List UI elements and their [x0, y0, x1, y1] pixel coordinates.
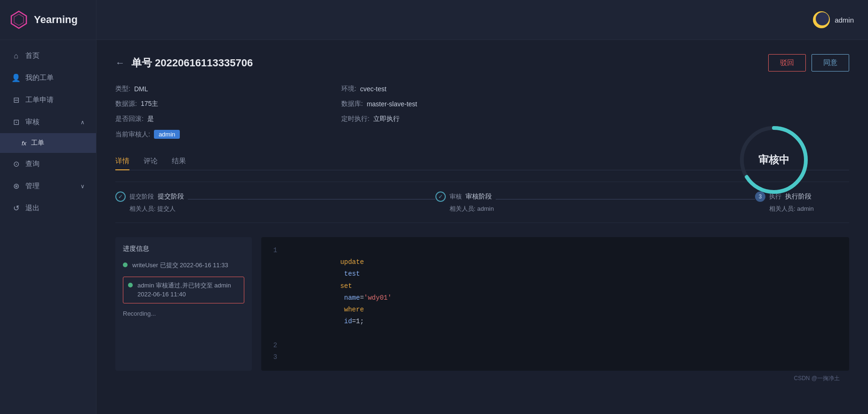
back-button[interactable]: ←	[115, 57, 125, 68]
app-name: Yearning	[34, 14, 78, 26]
sidebar-label-apply: 工单申请	[25, 96, 54, 104]
progress-item-1: writeUser 已提交 2022-06-16 11:33	[123, 261, 244, 270]
sidebar: Yearning ⌂ 首页 👤 我的工单 ⊟ 工单申请 ⊡ 审核 ∧ fx 工单…	[0, 0, 96, 414]
content-area: ← 单号 20220616113335706 驳回 同意 类型: DML 环境:…	[96, 40, 868, 414]
schedule-value: 立即执行	[373, 115, 400, 123]
info-reviewer: 当前审核人: admin	[115, 130, 313, 139]
sidebar-item-mytasks[interactable]: 👤 我的工单	[0, 67, 96, 89]
workflow-step-1: ✓ 提交阶段 提交阶段 相关人员: 提交人	[115, 191, 435, 213]
schedule-label: 定时执行:	[341, 115, 370, 123]
step-person-1: 相关人员: 提交人	[115, 205, 176, 213]
topbar: admin	[96, 0, 868, 40]
code-line-3: 3	[261, 351, 849, 363]
sidebar-nav: ⌂ 首页 👤 我的工单 ⊟ 工单申请 ⊡ 审核 ∧ fx 工单 ⊙ 查询 ⊛ 管…	[0, 40, 96, 414]
sidebar-label-mytasks: 我的工单	[25, 73, 54, 82]
step-check-2: ✓	[435, 191, 446, 202]
step-phase-2: 审核	[450, 192, 462, 201]
chevron-down-icon: ∨	[80, 183, 85, 190]
manage-icon: ⊛	[11, 182, 21, 191]
info-env: 环境: cvec-test	[341, 85, 539, 93]
line-num-1: 1	[261, 245, 285, 340]
sidebar-header: Yearning	[0, 0, 96, 40]
step-phase-1: 提交阶段	[129, 192, 154, 201]
tab-detail[interactable]: 详情	[115, 153, 129, 170]
avatar	[813, 11, 830, 28]
reject-button[interactable]: 驳回	[768, 54, 806, 72]
sidebar-label-manage: 管理	[25, 182, 40, 191]
info-section: 类型: DML 环境: cvec-test 数据源: 175主 数据库: mas…	[115, 85, 849, 139]
env-value: cvec-test	[360, 85, 386, 93]
status-circle-wrap: 审核中	[736, 122, 812, 198]
info-datasource: 数据源: 175主	[115, 100, 313, 108]
code-line-2: 2	[261, 340, 849, 351]
rollback-value: 是	[147, 115, 154, 123]
database-label: 数据库:	[341, 100, 363, 108]
sidebar-label-workorder: 工单	[31, 139, 44, 147]
line-num-2: 2	[261, 340, 285, 351]
code-line-1: 1 update test set name='wdy01' where id=…	[261, 245, 849, 340]
step-main-1: 提交阶段	[158, 192, 184, 201]
dot-green-2	[128, 283, 133, 287]
line-code-1: update test set name='wdy01' where id=1;	[285, 245, 392, 340]
info-rollback: 是否回滚: 是	[115, 115, 313, 123]
sidebar-item-manage[interactable]: ⊛ 管理 ∨	[0, 175, 96, 197]
footer: CSDN @一掬净土	[115, 371, 849, 386]
database-value: master-slave-test	[367, 100, 417, 108]
username: admin	[835, 16, 854, 24]
dot-green-1	[123, 263, 128, 267]
datasource-label: 数据源:	[115, 100, 137, 108]
sidebar-label-home: 首页	[25, 51, 40, 60]
apply-icon: ⊟	[11, 96, 21, 104]
query-icon: ⊙	[11, 159, 21, 168]
page-actions: 驳回 同意	[768, 54, 849, 72]
info-grid: 类型: DML 环境: cvec-test 数据源: 175主 数据库: mas…	[115, 85, 539, 139]
progress-panel: 进度信息 writeUser 已提交 2022-06-16 11:33 admi…	[115, 237, 252, 371]
logo-icon	[9, 10, 28, 29]
datasource-value: 175主	[141, 100, 158, 108]
sidebar-item-logout[interactable]: ↺ 退出	[0, 197, 96, 219]
approve-button[interactable]: 同意	[812, 54, 849, 72]
step-header-2: ✓ 审核 审核阶段	[435, 191, 755, 202]
recording-label: Recording...	[123, 310, 244, 317]
logout-icon: ↺	[11, 204, 21, 213]
type-value: DML	[134, 85, 148, 93]
tab-comment[interactable]: 评论	[144, 153, 158, 170]
status-circle: 审核中	[736, 122, 812, 198]
sidebar-label-review: 审核	[25, 118, 40, 127]
type-label: 类型:	[115, 85, 130, 93]
progress-title: 进度信息	[123, 245, 244, 253]
step-person-2: 相关人员: admin	[435, 205, 494, 213]
title-wrap: ← 单号 20220616113335706	[115, 56, 253, 70]
sidebar-item-apply[interactable]: ⊟ 工单申请	[0, 89, 96, 111]
sidebar-label-logout: 退出	[25, 204, 40, 213]
chevron-up-icon: ∧	[80, 119, 85, 126]
progress-text-2: admin 审核通过,并已转交至 admin 2022-06-16 11:40	[137, 281, 239, 299]
reviewer-badge: admin	[154, 130, 180, 139]
bottom-panels: 进度信息 writeUser 已提交 2022-06-16 11:33 admi…	[115, 237, 849, 371]
env-label: 环境:	[341, 85, 356, 93]
sidebar-item-workorder[interactable]: fx 工单	[0, 133, 96, 153]
page-header: ← 单号 20220616113335706 驳回 同意	[115, 54, 849, 72]
step-person-3: 相关人员: admin	[755, 205, 814, 213]
info-database: 数据库: master-slave-test	[341, 100, 539, 108]
rollback-label: 是否回滚:	[115, 115, 144, 123]
info-type: 类型: DML	[115, 85, 313, 93]
step-line-1	[188, 199, 435, 199]
review-icon: ⊡	[11, 118, 21, 127]
progress-text-1: writeUser 已提交 2022-06-16 11:33	[132, 261, 228, 270]
code-panel: 1 update test set name='wdy01' where id=…	[261, 237, 849, 371]
progress-item-2: admin 审核通过,并已转交至 admin 2022-06-16 11:40	[123, 277, 244, 303]
tab-result[interactable]: 结果	[172, 153, 186, 170]
info-schedule: 定时执行: 立即执行	[341, 115, 539, 123]
page-title: 单号 20220616113335706	[131, 56, 253, 70]
status-text: 审核中	[758, 153, 789, 167]
main-content: admin ← 单号 20220616113335706 驳回 同意 类型: D…	[96, 0, 868, 414]
svg-marker-1	[14, 14, 24, 25]
home-icon: ⌂	[11, 52, 21, 60]
sidebar-item-home[interactable]: ⌂ 首页	[0, 45, 96, 67]
step-check-1: ✓	[115, 191, 126, 202]
line-num-3: 3	[261, 351, 285, 363]
sidebar-item-review[interactable]: ⊡ 审核 ∧	[0, 111, 96, 133]
sidebar-item-query[interactable]: ⊙ 查询	[0, 153, 96, 175]
step-main-2: 审核阶段	[466, 192, 492, 201]
